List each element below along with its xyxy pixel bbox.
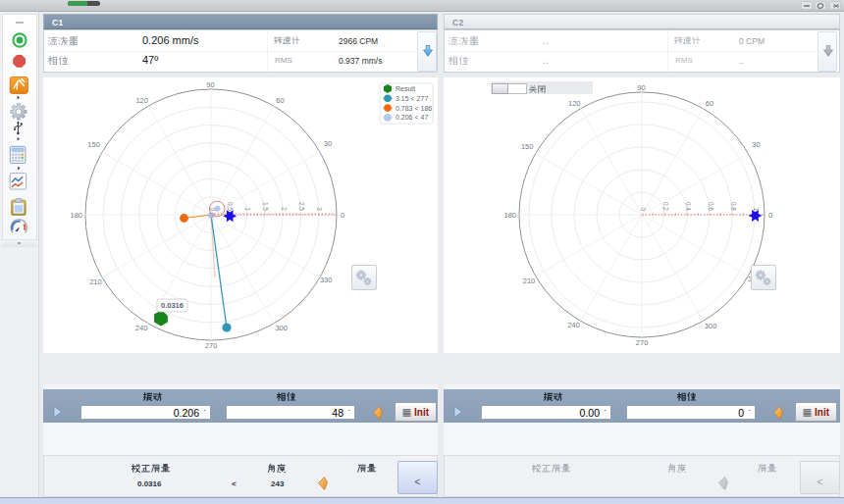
svg-text:90: 90 — [206, 80, 214, 89]
svg-text:1: 1 — [244, 207, 251, 211]
svg-text:210: 210 — [523, 277, 536, 285]
svg-text:150: 150 — [87, 140, 100, 149]
svg-text:0.0316: 0.0316 — [161, 301, 184, 310]
svg-text:210: 210 — [89, 277, 102, 286]
svg-text:60: 60 — [706, 99, 713, 108]
svg-text:0.783 < 186: 0.783 < 186 — [396, 105, 432, 112]
svg-text:60: 60 — [276, 96, 284, 105]
svg-text:0.6: 0.6 — [708, 202, 714, 211]
svg-text:3: 3 — [316, 207, 323, 211]
svg-text:0.8: 0.8 — [730, 202, 737, 211]
svg-text:150: 150 — [521, 142, 534, 151]
svg-text:0.206 < 47: 0.206 < 47 — [396, 114, 428, 121]
svg-text:120: 120 — [568, 99, 581, 108]
svg-text:270: 270 — [636, 338, 649, 347]
svg-text:240: 240 — [567, 321, 580, 329]
svg-text:0: 0 — [640, 207, 647, 211]
svg-text:330: 330 — [320, 276, 333, 284]
svg-text:0: 0 — [341, 211, 344, 220]
svg-text:2: 2 — [281, 207, 288, 211]
svg-text:300: 300 — [275, 324, 288, 332]
svg-text:180: 180 — [70, 211, 82, 220]
svg-text:0.5: 0.5 — [227, 202, 234, 211]
svg-text:3.15 < 277: 3.15 < 277 — [396, 95, 428, 102]
svg-text:0.2: 0.2 — [662, 202, 669, 211]
svg-text:180: 180 — [503, 211, 516, 220]
svg-text:30: 30 — [324, 139, 332, 148]
svg-text:120: 120 — [135, 96, 148, 105]
svg-text:300: 300 — [705, 322, 717, 330]
svg-text:90: 90 — [637, 83, 645, 92]
svg-text:240: 240 — [135, 324, 148, 332]
svg-text:30: 30 — [752, 140, 760, 149]
svg-text:0: 0 — [768, 211, 772, 220]
svg-text:270: 270 — [205, 341, 218, 350]
svg-text:1.5: 1.5 — [262, 202, 269, 211]
svg-text:Result: Result — [396, 85, 415, 92]
svg-text:0.4: 0.4 — [685, 202, 692, 211]
svg-text:2.5: 2.5 — [298, 202, 305, 211]
